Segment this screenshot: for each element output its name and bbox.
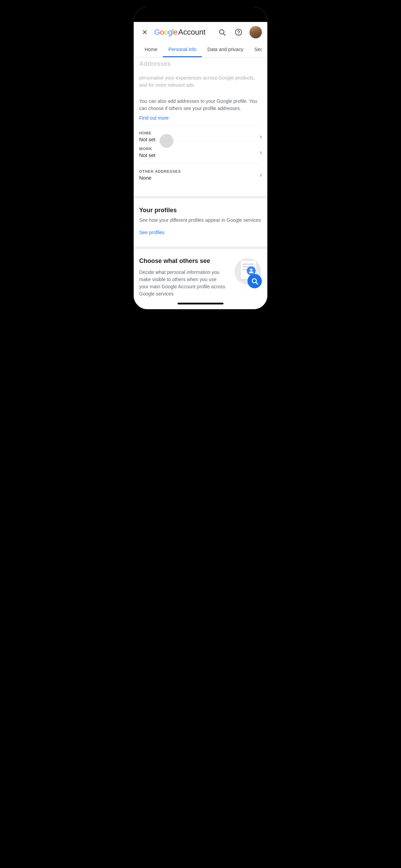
section-divider-1 (134, 196, 267, 198)
close-button[interactable]: ✕ (139, 27, 150, 38)
other-value: None (139, 175, 181, 181)
bottom-bar (134, 298, 267, 309)
intro-text-2: You can also add addresses to your Googl… (139, 98, 262, 112)
google-g2: g (168, 28, 172, 37)
illus-magnify-icon (247, 274, 262, 288)
intro-text-1: personalise your experiences across Goog… (139, 74, 262, 89)
intro-section: personalise your experiences across Goog… (134, 68, 267, 193)
google-e: e (173, 28, 178, 37)
tab-data-privacy[interactable]: Data and privacy (202, 43, 249, 57)
svg-line-5 (256, 282, 258, 285)
help-button[interactable] (233, 27, 244, 38)
tab-security[interactable]: Security (249, 43, 262, 57)
account-text: Account (178, 28, 206, 37)
find-out-more-link[interactable]: Find out more (139, 115, 169, 121)
other-addresses-item[interactable]: OTHER ADDRESSES None › (139, 164, 262, 186)
avatar-image (250, 26, 262, 38)
scroll-content: Addresses personalise your experiences a… (134, 58, 267, 298)
your-profiles-section: Your profiles See how your different pro… (134, 198, 267, 244)
choose-title: Choose what others see (139, 257, 227, 265)
choose-section: Choose what others see Decide what perso… (134, 249, 267, 298)
svg-line-1 (223, 34, 225, 35)
section-divider-2 (134, 246, 267, 249)
search-button[interactable] (217, 27, 228, 38)
home-indicator (178, 303, 223, 304)
your-profiles-desc: See how your different profiles appear i… (139, 217, 262, 224)
google-o1: o (160, 28, 164, 37)
choose-desc: Decide what personal information you mak… (139, 269, 227, 298)
choose-illustration (231, 257, 262, 288)
user-avatar[interactable] (250, 26, 262, 38)
google-logo: G o o g l e Account (154, 28, 206, 37)
nav-tabs: Home Personal info Data and privacy Secu… (139, 43, 262, 57)
google-g: G (154, 28, 160, 37)
status-bar (134, 7, 267, 22)
phone-container: ✕ G o o g l e Account (134, 7, 267, 309)
tab-home[interactable]: Home (139, 43, 163, 57)
google-o2: o (164, 28, 168, 37)
other-chevron: › (260, 171, 262, 179)
header: ✕ G o o g l e Account (134, 22, 267, 58)
ripple-effect (160, 134, 173, 148)
see-profiles-link[interactable]: See profiles (139, 230, 165, 235)
addresses-title-faded: Addresses (134, 58, 267, 68)
work-value: Not set (139, 152, 156, 158)
doc-line-1 (243, 264, 254, 265)
svg-point-3 (239, 34, 239, 34)
other-label: OTHER ADDRESSES (139, 169, 181, 173)
tab-personal-info[interactable]: Personal info (163, 43, 202, 57)
close-icon: ✕ (142, 28, 148, 36)
your-profiles-title: Your profiles (139, 207, 262, 214)
work-chevron: › (260, 149, 262, 156)
